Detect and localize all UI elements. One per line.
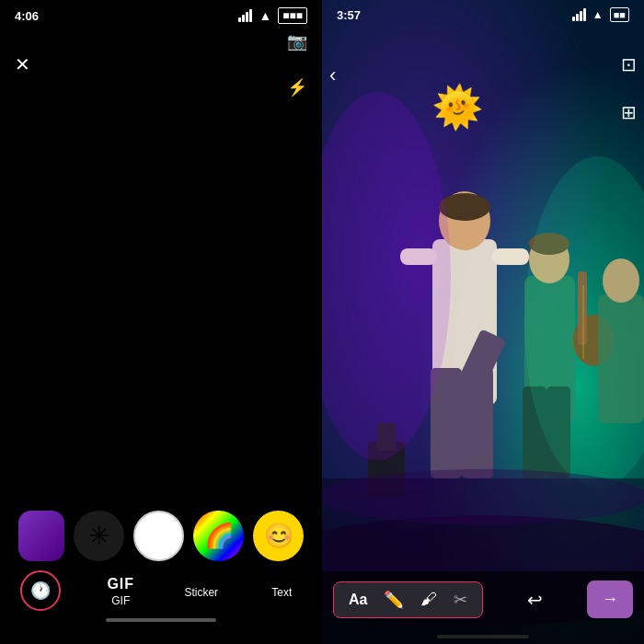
- left-status-icons: ▲ ■■■: [238, 7, 307, 24]
- battery-icon: ■■■: [278, 7, 307, 24]
- tool-group: Aa ✏️ 🖌 ✂: [333, 581, 483, 618]
- label-row: 🕐 GIF GIF Sticker Text: [0, 570, 322, 613]
- recent-circle: 🕐: [20, 570, 61, 611]
- left-top-controls: ✕ 📷 ⚡: [0, 28, 322, 101]
- right-top-controls: ‹ ⊡ ⊞: [329, 7, 637, 123]
- sticker-label: Sticker: [184, 586, 218, 599]
- sticker-row: ✳ 🌈 😊: [0, 511, 322, 570]
- right-panel: 🌞 3:57 ▲ ■■ ‹ ⊡ ⊞ Aa: [322, 0, 644, 644]
- undo-button[interactable]: ↩: [522, 585, 548, 615]
- right-top-icons: 📷 ⚡: [287, 31, 307, 98]
- text-label: Text: [271, 586, 292, 599]
- brush-tool-button[interactable]: 🖌: [413, 586, 444, 613]
- pen-tool-icon: ✏️: [384, 591, 404, 609]
- sticker-rainbow[interactable]: 🌈: [193, 511, 244, 561]
- crop-button[interactable]: ⊡: [621, 53, 637, 75]
- recent-icon: 🕐: [30, 581, 51, 601]
- next-icon: →: [602, 590, 618, 609]
- sticker-purple[interactable]: [18, 511, 64, 561]
- label-item-recent[interactable]: 🕐: [0, 570, 81, 613]
- brush-tool-icon: 🖌: [420, 590, 437, 608]
- sticker-smile[interactable]: 😊: [253, 511, 304, 561]
- left-time: 4:06: [15, 9, 39, 23]
- home-indicator-left: [106, 618, 216, 622]
- gif-badge: GIF: [107, 576, 134, 592]
- undo-icon: ↩: [527, 590, 543, 610]
- label-item-sticker[interactable]: Sticker: [161, 584, 242, 599]
- gif-label: GIF: [111, 594, 130, 607]
- close-button[interactable]: ✕: [15, 53, 30, 75]
- camera-button[interactable]: 📷: [287, 31, 307, 52]
- scissors-tool-button[interactable]: ✂: [446, 586, 475, 614]
- sticker-spark[interactable]: ✳: [74, 511, 124, 561]
- sticker-circle[interactable]: [133, 511, 184, 561]
- wifi-icon: ▲: [259, 8, 271, 23]
- text-tool-button[interactable]: Aa: [341, 586, 374, 613]
- flash-off-button[interactable]: ⚡: [287, 77, 307, 98]
- svg-point-27: [322, 469, 644, 524]
- scissors-tool-icon: ✂: [454, 591, 467, 609]
- signal-icon: [238, 9, 252, 22]
- label-item-gif[interactable]: GIF GIF: [81, 576, 162, 607]
- layers-button[interactable]: ⊞: [621, 101, 637, 123]
- spark-emoji: ✳: [88, 521, 109, 551]
- right-bottom-bar: Aa ✏️ 🖌 ✂ ↩ →: [322, 571, 644, 644]
- left-status-bar: 4:06 ▲ ■■■: [0, 0, 322, 28]
- svg-rect-10: [492, 248, 529, 265]
- left-camera-preview: [0, 101, 322, 503]
- smile-emoji: 😊: [264, 522, 293, 550]
- next-button[interactable]: →: [587, 581, 633, 618]
- pen-tool-button[interactable]: ✏️: [376, 586, 411, 614]
- text-tool-icon: Aa: [349, 592, 367, 607]
- right-top-right-icons: ⊡ ⊞: [621, 28, 637, 123]
- left-bottom-bar: ✳ 🌈 😊 🕐 GIF GIF: [0, 503, 322, 644]
- rainbow-emoji: 🌈: [204, 522, 234, 550]
- back-button[interactable]: ‹: [329, 63, 336, 87]
- left-panel: 4:06 ▲ ■■■ ✕ 📷 ⚡ ✳: [0, 0, 322, 644]
- label-item-text[interactable]: Text: [242, 584, 323, 599]
